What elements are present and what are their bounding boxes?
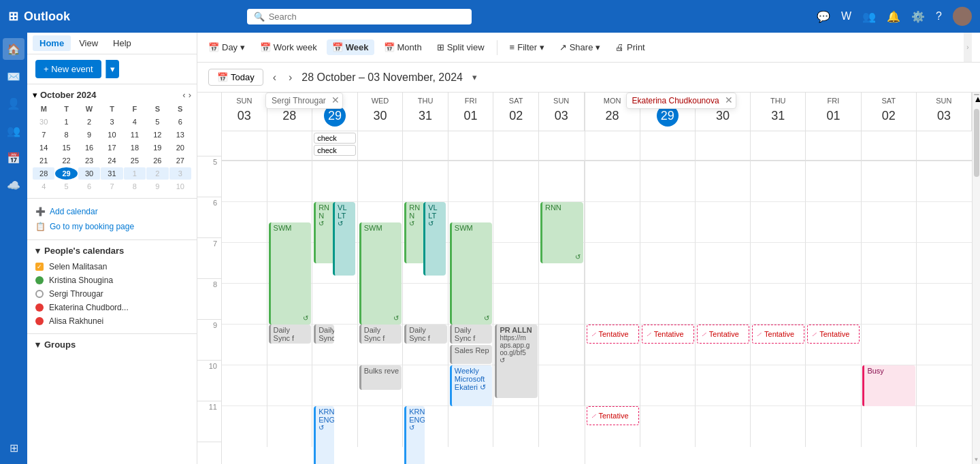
mini-cal-day[interactable]: 6 — [169, 116, 191, 128]
mini-cal-day[interactable]: 11 — [124, 129, 146, 141]
event-rnn-thu[interactable]: RNN ↺ — [404, 202, 425, 263]
word-icon[interactable]: W — [841, 10, 851, 22]
mini-cal-day[interactable]: 21 — [33, 154, 54, 167]
mini-cal-day[interactable]: 28 — [33, 167, 54, 180]
chat-icon[interactable]: 💬 — [817, 10, 830, 23]
mini-cal-day[interactable]: 27 — [169, 154, 191, 167]
avatar[interactable] — [953, 7, 972, 26]
mini-cal-next[interactable]: › — [189, 90, 191, 100]
search-input[interactable] — [269, 12, 465, 22]
mini-cal-day[interactable]: 9 — [146, 180, 168, 193]
share-btn[interactable]: ↗ Share ▾ — [554, 39, 606, 55]
home-icon[interactable]: 🏠 — [3, 38, 24, 60]
scroll-thumb[interactable] — [974, 109, 979, 177]
mini-cal-day[interactable]: 10 — [101, 129, 122, 141]
search-bar[interactable]: 🔍 — [247, 9, 472, 24]
mini-cal-day[interactable]: 23 — [78, 154, 100, 167]
bell-icon[interactable]: 🔔 — [887, 10, 900, 23]
today-button[interactable]: 📅 Today — [208, 69, 263, 86]
mini-cal-day[interactable]: 1 — [124, 167, 146, 180]
calendar-icon[interactable]: 📅 — [3, 147, 24, 169]
event-vllt-thu[interactable]: VLLT ↺ — [423, 202, 446, 276]
event-tentative-mon2[interactable]: ⟋ Tentative — [587, 406, 639, 425]
mini-cal-day[interactable]: 5 — [146, 116, 168, 128]
new-event-dropdown[interactable]: ▾ — [105, 60, 119, 78]
event-dailysync-wed[interactable]: Daily Sync f — [359, 325, 402, 344]
add-calendar-link[interactable]: ➕ Add calendar — [35, 204, 189, 219]
event-tentative-tue[interactable]: ⟋ Tentative — [642, 325, 694, 344]
mini-cal-day[interactable]: 25 — [124, 154, 146, 167]
help-icon[interactable]: ? — [936, 10, 942, 22]
event-bulks[interactable]: Bulks reve — [359, 365, 402, 390]
month-view-btn[interactable]: 📅 Month — [378, 39, 427, 55]
splitview-btn[interactable]: ⊞ Split view — [431, 39, 490, 55]
mini-cal-day[interactable]: 6 — [78, 180, 100, 193]
grid2-icon[interactable]: ⊞ — [3, 437, 24, 459]
event-weekly-microsoft[interactable]: Weekly Microsoft Ekateri ↺ — [450, 365, 493, 406]
mini-cal-prev[interactable]: ‹ — [182, 90, 185, 100]
filter-btn[interactable]: ≡ Filter ▾ — [504, 39, 550, 55]
mini-cal-collapse[interactable]: ▾ — [33, 90, 37, 100]
event-swm-fri[interactable]: SWM ↺ — [450, 222, 493, 325]
popup2-close[interactable]: ✕ — [725, 95, 733, 105]
allday-check1[interactable]: check — [314, 133, 356, 144]
groups-title[interactable]: ▾ Groups — [35, 339, 189, 350]
scroll-arrow-up[interactable]: ▲ — [974, 94, 979, 95]
mini-cal-day[interactable]: 31 — [101, 167, 122, 180]
mini-cal-day[interactable]: 22 — [55, 154, 77, 167]
mini-cal-day[interactable]: 15 — [55, 142, 77, 154]
event-pralln[interactable]: PR ALLN https://m aps.app.g oo.gl/bf5 ↺ — [495, 325, 538, 398]
prev-week-button[interactable]: ‹ — [270, 69, 279, 86]
people2-icon[interactable]: 👤 — [3, 93, 24, 114]
mini-cal-day[interactable]: 12 — [146, 129, 168, 141]
sidebar-item-person4[interactable]: Ekaterina Chudbord... — [35, 301, 189, 314]
grid-icon[interactable]: ⊞ — [8, 9, 18, 24]
mini-cal-today[interactable]: 29 — [55, 167, 77, 180]
workweek-view-btn[interactable]: 📅 Work week — [255, 39, 323, 55]
print-btn[interactable]: 🖨 Print — [610, 39, 651, 55]
mini-cal-day[interactable]: 19 — [146, 142, 168, 154]
mini-cal-day[interactable]: 4 — [33, 180, 54, 193]
mail-icon[interactable]: ✉️ — [3, 65, 24, 87]
new-event-button[interactable]: + New event — [35, 60, 101, 78]
scroll-arrow-down[interactable]: ▼ — [974, 457, 979, 463]
mini-cal-day[interactable]: 30 — [33, 116, 54, 128]
mini-cal-day[interactable]: 2 — [78, 116, 100, 128]
event-swm-mon[interactable]: SWM ↺ — [269, 222, 312, 325]
event-dailysync-mon[interactable]: Daily Sync f — [269, 325, 312, 344]
sidebar-item-person2[interactable]: Kristina Shougina — [35, 274, 189, 287]
mini-cal-day[interactable]: 10 — [169, 180, 191, 193]
mini-cal-day[interactable]: 13 — [169, 129, 191, 141]
mini-cal-day[interactable]: 4 — [124, 116, 146, 128]
tab-view[interactable]: View — [72, 35, 105, 51]
date-range-chevron[interactable]: ▾ — [472, 72, 477, 82]
event-krn-eng-thu[interactable]: KRN ENG ↺ — [404, 406, 425, 464]
mini-cal-day[interactable]: 8 — [124, 180, 146, 193]
mini-cal-day[interactable]: 3 — [169, 167, 191, 180]
mini-cal-day[interactable]: 3 — [101, 116, 122, 128]
tab-home[interactable]: Home — [33, 35, 71, 51]
day-view-btn[interactable]: 📅 Day ▾ — [203, 39, 250, 55]
time-grid-scroll[interactable]: RNN ↺ VLLT ↺ SWM — [222, 161, 585, 464]
mini-cal-day[interactable]: 20 — [169, 142, 191, 154]
mini-cal-day[interactable]: 30 — [78, 167, 100, 180]
mini-cal-day[interactable]: 5 — [55, 180, 77, 193]
event-tentative-fri[interactable]: ⟋ Tentative — [807, 325, 860, 344]
mini-cal-day[interactable]: 14 — [33, 142, 54, 154]
event-vllt-tue[interactable]: VLLT ↺ — [333, 202, 355, 276]
event-tentative-wed[interactable]: ⟋ Tentative — [697, 325, 749, 344]
groups-icon[interactable]: 👥 — [3, 120, 24, 142]
popup1-close[interactable]: ✕ — [331, 95, 340, 105]
mini-cal-day[interactable]: 26 — [146, 154, 168, 167]
mini-cal-day[interactable]: 18 — [124, 142, 146, 154]
cloud-icon[interactable]: ☁️ — [3, 174, 24, 196]
right-scrollbar[interactable]: ▲ ▼ — [972, 93, 980, 464]
right-time-grid[interactable]: ⟋ Tentative ⟋ Tentative ⟋ Tentative ⟋ Te… — [585, 161, 973, 464]
mini-cal-day[interactable]: 9 — [78, 129, 100, 141]
mini-cal-day[interactable]: 1 — [55, 116, 77, 128]
mini-cal-day[interactable]: 7 — [101, 180, 122, 193]
event-dailysync-thu[interactable]: Daily Sync f — [404, 325, 447, 344]
event-tentative-mon[interactable]: ⟋ Tentative — [587, 325, 639, 344]
settings-icon[interactable]: ⚙️ — [911, 10, 925, 23]
allday-check2[interactable]: check — [314, 145, 356, 156]
